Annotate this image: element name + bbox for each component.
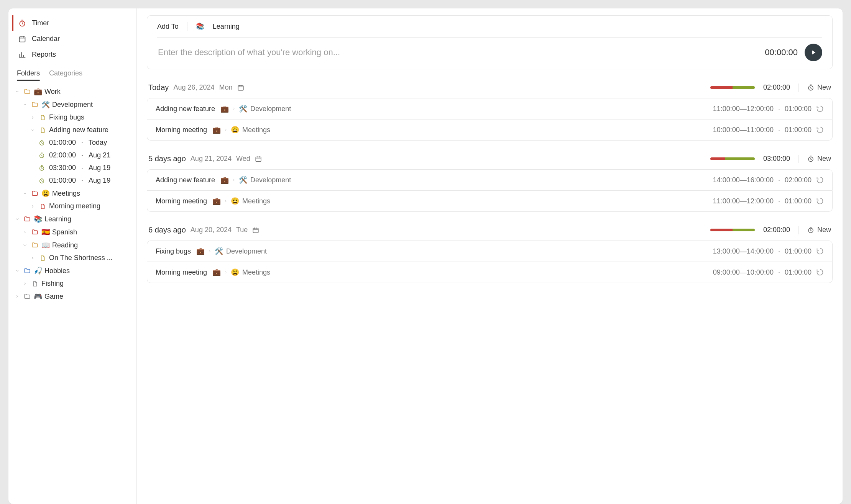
description-input[interactable] [157,47,758,58]
tree-folder-game[interactable]: 🎮 Game [14,290,133,303]
tree-item-fishing[interactable]: Fishing [14,277,133,290]
nav-reports[interactable]: Reports [12,47,133,62]
chevron-right-icon [29,115,36,120]
breadcrumb: 💼 😩 Meetings [212,268,270,277]
tree-label: Game [44,293,63,301]
chevron-down-icon [21,102,28,107]
chevron-right-icon [208,249,212,253]
time-bar [710,157,755,160]
time-entry[interactable]: Fixing bugs 💼 🛠️ Development 13:00:00—14… [147,241,833,262]
emoji-icon: 😩 [231,268,239,277]
calendar-icon [18,35,26,43]
calendar-icon[interactable] [252,227,259,234]
main-panel: Add To 📚 Learning 00:00:00 Today Aug 26,… [137,8,843,504]
separator [798,226,799,234]
nav-calendar[interactable]: Calendar [12,31,133,47]
group-title: Today [148,83,169,92]
restart-button[interactable] [816,268,824,276]
time-range: 11:00:00—12:00:00 [713,105,774,113]
new-label: New [817,83,831,92]
nav-timer[interactable]: Timer [12,15,133,31]
document-icon [39,203,46,209]
dot-separator: · [778,268,780,277]
tab-folders[interactable]: Folders [17,69,40,80]
tree-time-entry[interactable]: 01:00:00 · Aug 19 [14,174,133,187]
chevron-right-icon [29,204,36,209]
restart-button[interactable] [816,126,824,134]
folder-tree: 💼 Work 🛠️ Development Fixing bugs Addi [12,83,133,305]
tree-item-adding-feature[interactable]: Adding new feature [14,124,133,136]
new-label: New [817,226,831,234]
restart-button[interactable] [816,197,824,205]
emoji-icon: 💼 [220,176,229,184]
tree-folder-spanish[interactable]: 🇪🇸 Spanish [14,226,133,239]
tree-folder-meetings[interactable]: 😩 Meetings [14,187,133,200]
breadcrumb: 💼 🛠️ Development [220,176,291,184]
new-entry-button[interactable]: New [807,83,831,92]
target-label[interactable]: Learning [213,23,240,31]
tree-folder-hobbies[interactable]: 🎣 Hobbies [14,264,133,277]
time-range: 11:00:00—12:00:00 [713,197,774,205]
calendar-icon[interactable] [237,84,244,91]
duration: 02:00:00 [49,151,76,159]
sidebar: Timer Calendar Reports Folders Categorie… [8,8,137,504]
calendar-icon[interactable] [255,155,262,162]
duration: 01:00:00 [49,139,76,147]
folder-icon [24,216,31,223]
time-entry[interactable]: Morning meeting 💼 😩 Meetings 10:00:00—11… [147,119,833,141]
time-entry[interactable]: Morning meeting 💼 😩 Meetings 09:00:00—10… [147,262,833,283]
emoji-icon: 💼 [196,247,205,255]
duration: 01:00:00 [785,247,812,255]
tree-label: Adding new feature [49,126,108,134]
chevron-right-icon [232,107,236,111]
entry-name: Morning meeting [156,197,207,205]
group-total: 02:00:00 [763,226,790,234]
svg-rect-6 [238,85,243,90]
emoji-icon: 📚 [34,215,41,223]
separator [798,155,799,163]
duration: 01:00:00 [49,177,76,185]
tab-categories[interactable]: Categories [49,69,82,80]
emoji-icon: 💼 [34,87,41,96]
tree-time-entry[interactable]: 02:00:00 · Aug 21 [14,149,133,162]
tree-time-entry[interactable]: 01:00:00 · Today [14,136,133,149]
tree-item-fixing-bugs[interactable]: Fixing bugs [14,111,133,124]
new-entry-button[interactable]: New [807,155,831,163]
restart-button[interactable] [816,247,824,255]
time-entry[interactable]: Morning meeting 💼 😩 Meetings 11:00:00—12… [147,191,833,212]
folder-icon [31,190,38,197]
tree-folder-learning[interactable]: 📚 Learning [14,213,133,226]
tree-label: Work [44,88,61,96]
tree-item-shortness[interactable]: On The Shortness ... [14,252,133,264]
tree-folder-development[interactable]: 🛠️ Development [14,98,133,111]
tree-folder-reading[interactable]: 📖 Reading [14,239,133,252]
new-entry-button[interactable]: New [807,226,831,234]
tree-label: On The Shortness ... [49,254,113,262]
folder-icon [31,242,38,249]
group-day: Wed [236,155,250,163]
group-header: Today Aug 26, 2024 Mon 02:00:00 New [147,83,833,96]
svg-rect-1 [20,37,25,42]
entries-list: Adding new feature 💼 🛠️ Development 11:0… [147,98,833,141]
tree-time-entry[interactable]: 03:30:00 · Aug 19 [14,162,133,174]
duration: 01:00:00 [785,126,812,134]
time-entry[interactable]: Adding new feature 💼 🛠️ Development 11:0… [147,98,833,119]
date-label: Aug 19 [89,164,110,172]
addto-label[interactable]: Add To [157,23,179,31]
chevron-right-icon [224,128,228,132]
play-button[interactable] [805,44,822,61]
folder-icon [24,293,31,300]
tree-item-morning-meeting[interactable]: Morning meeting [14,200,133,213]
folder-icon [24,267,31,274]
document-icon [39,255,46,261]
separator [187,22,187,31]
emoji-icon: 🛠️ [41,100,49,109]
restart-button[interactable] [816,176,824,184]
emoji-icon: 💼 [212,126,221,134]
tree-folder-work[interactable]: 💼 Work [14,85,133,98]
day-group: Today Aug 26, 2024 Mon 02:00:00 New Addi… [147,83,833,141]
time-entry[interactable]: Adding new feature 💼 🛠️ Development 14:0… [147,169,833,191]
duration: 02:00:00 [785,176,812,184]
group-date: Aug 21, 2024 [191,155,232,163]
restart-button[interactable] [816,105,824,113]
